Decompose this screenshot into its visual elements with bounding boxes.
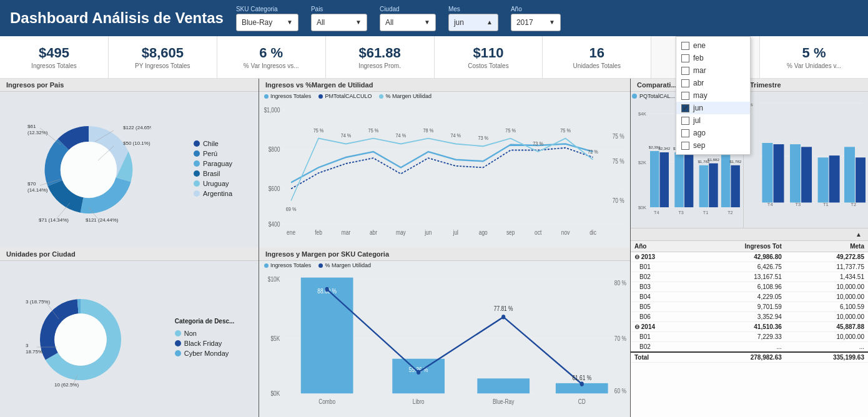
sku-legend-circle-1 [264,263,269,268]
svg-text:$1,882: $1,882 [708,157,720,162]
cell-ing: ... [691,342,786,353]
ano-select[interactable]: 2017 ▼ [511,14,561,31]
svg-text:T4: T4 [767,202,773,207]
svg-text:$4K: $4K [638,111,646,117]
mes-item-jul[interactable]: jul [676,114,750,127]
legend-black-friday: Black Friday [175,340,235,347]
legend-text-2: PMTotalCALCULO [325,93,372,99]
svg-text:oct: oct [535,229,542,236]
ciudad-donut-chart: 3 (18.75%) 3 18.75% 10 (62.5%) [24,285,137,391]
legend-dot-non [175,330,181,336]
legend-paraguay: Paraguay [194,160,232,167]
ingresos-legend: Ingresos Totales PMTotalCALCULO % Margen… [259,92,630,101]
mes-item-ago[interactable]: ago [676,127,750,139]
svg-text:(14.14%): (14.14%) [27,187,48,193]
legend-label-brasil: Brasil [203,170,220,177]
table-row: ⊖ 2014 41,510.36 45,887.88 [631,322,868,332]
svg-rect-90 [684,155,693,207]
cell-ing: 13,167.51 [691,272,786,282]
kpi-label-6: Unidades Totales [573,62,621,69]
kpi-label-5: Costos Totales [468,62,508,69]
kpi-var-ingresos: 6 % % Var Ingresos vs... [217,36,326,78]
sku-select[interactable]: Blue-Ray ▼ [236,14,298,31]
kpi-value-8: 5 % [802,45,826,61]
ingresos-panel: Ingresos vs %Margen de Utilidad Ingresos… [259,79,630,248]
sku-legend-text-2: % Margen Utilidad [325,262,371,268]
col-meta: Meta [786,241,868,252]
kpi-var-unidades: 5 % % Var Unidades v... [760,36,868,78]
table-total-row: Total 278,982.63 335,199.63 [631,352,868,363]
mes-select[interactable]: jun ▲ [448,14,498,31]
svg-rect-98 [731,165,739,207]
svg-text:$122 (24.65%): $122 (24.65%) [123,125,151,130]
pais-donut-chart: $122 (24.65%) $50 (10.1%) $61 (12.32%) $… [26,110,151,226]
col-ingresos: Ingresos Tot [691,241,786,252]
pais-select[interactable]: All ▼ [311,14,367,31]
mes-item-mar[interactable]: mar [676,64,750,77]
table-row: B02 13,167.51 1,434.51 [631,272,868,282]
svg-point-0 [61,142,117,198]
bar-blueray [477,378,530,393]
legend-label-bf: Black Friday [184,340,222,347]
svg-text:18.75%: 18.75% [26,349,42,355]
mes-filter-group: Mes jun ▲ [448,6,498,31]
sku-chart-svg: $10K $5K $0K 88.00 % [262,270,628,408]
cell-meta: 49,272.85 [786,252,868,262]
left-column: Ingresos por Pais [0,79,259,417]
svg-text:Combo: Combo [318,398,335,405]
svg-text:$1,000: $1,000 [264,107,280,114]
kpi-value-6: 16 [589,45,604,61]
legend-label-non: Non [184,330,197,337]
sku-legend-ingresos: Ingresos Totales [264,262,311,268]
ano-filter-group: Año 2017 ▼ [511,6,561,31]
svg-text:(12.32%): (12.32%) [27,130,48,135]
table-row: B01 7,229.33 10,000.00 [631,332,868,342]
table-row: B04 4,229.05 10,000.00 [631,292,868,302]
svg-text:T2: T2 [727,210,732,215]
cell-total-meta: 335,199.63 [786,352,868,363]
legend-dot-chile [194,140,200,147]
svg-text:feb: feb [315,229,322,236]
kpi-value-1: $495 [39,45,69,61]
legend-dot-uruguay [194,180,200,187]
ciudad-select[interactable]: All ▼ [380,14,436,31]
cell-ing: 41,510.36 [691,322,786,332]
ciudad-label: Ciudad [380,6,400,12]
mes-item-jun[interactable]: ✓jun [676,102,750,114]
svg-text:78 %: 78 % [423,127,433,134]
legend-text-1: Ingresos Totales [270,93,311,99]
cell-meta: 10,000.00 [786,312,868,322]
svg-text:70 %: 70 % [613,197,624,204]
legend-dot-brasil [194,170,200,177]
mes-item-ene[interactable]: ene [676,39,750,52]
kpi-label-8: % Var Unidades v... [787,62,841,69]
svg-text:$71 (14.34%): $71 (14.34%) [39,217,69,223]
sku-legend-circle-2 [318,263,323,268]
svg-text:T1: T1 [703,210,708,215]
svg-text:$61: $61 [27,124,36,129]
mes-item-abr[interactable]: abr [676,77,750,89]
kpi-label-3: % Var Ingresos vs... [244,62,299,69]
svg-text:73 %: 73 % [533,140,543,147]
kpi-label-1: Ingresos Totales [31,62,77,69]
svg-text:74 %: 74 % [341,133,352,139]
svg-text:$800: $800 [269,146,280,153]
table-row: B06 3,352.94 10,000.00 [631,312,868,322]
table-wrapper[interactable]: Año Ingresos Tot Meta ⊖ 2013 42,986.80 4… [631,241,868,413]
table-row: B02 ... ... [631,342,868,353]
mes-item-sep[interactable]: sep [676,139,750,152]
legend-label-peru: Perú [203,150,217,157]
pais-filter-group: Pais All ▼ [311,6,367,31]
cell-meta: 1,434.51 [786,272,868,282]
sku-panel: Ingresos y Margen por SKU Categoria Ingr… [259,248,630,417]
mes-item-feb[interactable]: feb [676,52,750,64]
table-row: ⊖ 2013 42,986.80 49,272.85 [631,252,868,262]
ano-label: Año [511,6,522,12]
mes-arrow-icon: ▲ [486,19,493,26]
legend-dot-peru [194,150,200,157]
svg-rect-110 [790,144,801,202]
svg-text:75 %: 75 % [313,127,324,134]
svg-text:72 %: 72 % [588,149,598,155]
mes-item-may[interactable]: may [676,89,750,102]
svg-text:T3: T3 [678,210,683,215]
